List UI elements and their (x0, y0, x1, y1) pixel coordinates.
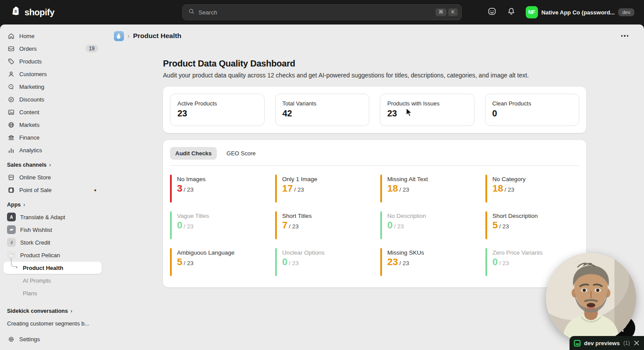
check-count: 0 (177, 220, 182, 230)
check-no-description[interactable]: No Description 0/ 23 (380, 211, 474, 239)
dev-previews-count: (1) (623, 340, 630, 346)
sidebar-item-stork-credit[interactable]: Stork Credit (4, 236, 102, 248)
sidebar-item-label: AI Prompts (23, 277, 51, 284)
sidebar-item-fish-wishlist[interactable]: Fish Wishlist (4, 224, 102, 236)
fish-wishlist-app-icon (7, 225, 16, 234)
check-total: / 23 (184, 186, 194, 193)
page-header: › Product Health (105, 24, 644, 47)
chevron-right-icon: › (49, 162, 51, 168)
dev-previews-icon (574, 340, 580, 346)
stat-label: Active Products (177, 100, 257, 107)
sidebar-item-online-store[interactable]: Online Store (4, 171, 102, 183)
check-total: / 23 (184, 260, 194, 266)
check-total: / 23 (499, 223, 509, 230)
check-count: 23 (387, 257, 398, 267)
sidebar-item-discounts[interactable]: Discounts (4, 93, 102, 105)
storefront-icon (7, 174, 15, 181)
sidebar-item-analytics[interactable]: Analytics (4, 144, 102, 156)
check-no-category[interactable]: No Category 18/ 23 (485, 175, 579, 203)
more-options-button[interactable] (618, 32, 632, 40)
sidebar-item-markets[interactable]: Markets (4, 119, 102, 131)
stat-value: 0 (492, 108, 572, 119)
store-name: Native App Co (password... (541, 9, 615, 16)
audit-card: Audit Checks GEO Score No Images 3/ 23 O… (163, 140, 586, 287)
sidebar-item-label: Stork Credit (20, 239, 50, 246)
search-input[interactable]: Search ⌘ K (182, 4, 462, 20)
search-shortcut: ⌘ K (435, 8, 458, 16)
sidebar-item-marketing[interactable]: Marketing (4, 80, 102, 93)
tab-geo-score[interactable]: GEO Score (221, 147, 261, 160)
stat-label: Clean Products (492, 100, 572, 107)
account-menu[interactable]: NF Native App Co (password... dev (523, 4, 637, 20)
sidebar-item-translate-adapt[interactable]: A Translate & Adapt (4, 211, 102, 223)
image-icon (7, 108, 15, 116)
sidebar-item-plans[interactable]: Plans (4, 287, 102, 299)
sidebar-item-label: Orders (19, 46, 37, 52)
shopify-logo[interactable]: S shopify (11, 6, 54, 19)
checks-grid: No Images 3/ 23 Only 1 Image 17/ 23 Miss… (170, 175, 579, 276)
stat-value: 23 (177, 108, 257, 119)
dev-previews-label: dev previews (584, 340, 620, 346)
sidebar-item-label: Fish Wishlist (20, 227, 52, 233)
sidebar-item-content[interactable]: Content (4, 106, 102, 118)
check-count: 5 (492, 220, 498, 230)
check-short-titles[interactable]: Short Titles 7/ 23 (275, 211, 369, 239)
check-total: / 23 (499, 260, 509, 266)
sidebar-item-orders[interactable]: Orders 19 (4, 42, 102, 55)
tab-audit-checks[interactable]: Audit Checks (170, 147, 217, 160)
search-icon (188, 8, 195, 17)
check-missing-alt-text[interactable]: Missing Alt Text 18/ 23 (380, 175, 474, 203)
sidekick-conversation-item[interactable]: Creating customer segments b... (4, 317, 102, 329)
sidebar-item-settings[interactable]: Settings (4, 333, 102, 345)
sidebar-item-label: Products (19, 58, 42, 65)
sidebar-item-product-health[interactable]: Product Health (4, 262, 102, 274)
sidebar-item-label: Plans (23, 290, 37, 297)
sidebar-item-label: Markets (19, 122, 39, 128)
bell-icon (507, 7, 516, 18)
sidebar-item-ai-prompts[interactable]: AI Prompts (4, 274, 102, 287)
sidekick-conversations-header[interactable]: Sidekick conversations › (4, 303, 102, 317)
check-ambiguous-language[interactable]: Ambiguous Language 5/ 23 (170, 248, 264, 276)
product-pelican-breadcrumb-icon[interactable] (114, 31, 124, 41)
sidebar-item-finance[interactable]: Finance (4, 131, 102, 144)
stat-total-variants: Total Variants 42 (275, 94, 370, 126)
sidebar-item-label: Finance (19, 134, 39, 141)
cmd-key: ⌘ (435, 8, 447, 16)
sidebar-item-label: Online Store (19, 174, 51, 181)
dev-previews-bar[interactable]: dev previews (1) (570, 336, 644, 350)
check-missing-skus[interactable]: Missing SKUs 23/ 23 (380, 248, 474, 276)
check-no-images[interactable]: No Images 3/ 23 (170, 175, 264, 203)
stat-clean-products: Clean Products 0 (485, 94, 580, 126)
sidebar-item-point-of-sale[interactable]: Point of Sale • (4, 184, 102, 196)
check-total: / 23 (294, 186, 304, 193)
stat-value: 42 (283, 108, 362, 119)
sidekick-button[interactable] (485, 5, 499, 20)
check-unclear-options[interactable]: Unclear Options 0/ 23 (275, 248, 369, 276)
check-count: 5 (177, 257, 182, 267)
chevron-right-icon: › (23, 202, 25, 208)
check-short-description[interactable]: Short Description 5/ 23 (485, 211, 579, 239)
conversation-title: Creating customer segments b... (7, 320, 89, 327)
sidebar-item-label: Product Health (23, 265, 63, 271)
notifications-button[interactable] (504, 5, 519, 20)
check-vague-titles[interactable]: Vague Titles 0/ 23 (170, 211, 264, 239)
sidebar-item-product-pelican[interactable]: Product Pelican (4, 249, 102, 261)
dashboard-title: Product Data Quality Dashboard (163, 59, 586, 69)
dashboard-subtitle: Audit your product data quality across 1… (163, 72, 586, 79)
close-icon[interactable] (633, 340, 640, 346)
topbar: S shopify Search ⌘ K NF Native App Co (p… (0, 0, 644, 24)
translate-adapt-app-icon: A (7, 213, 16, 221)
check-total: / 23 (184, 223, 194, 230)
logo-wordmark: shopify (25, 7, 54, 18)
apps-header[interactable]: Apps › (4, 196, 102, 211)
bar-chart-icon (7, 147, 15, 154)
sidebar-item-home[interactable]: Home (4, 30, 102, 42)
home-icon (7, 32, 15, 40)
sidebar-item-products[interactable]: Products (4, 55, 102, 67)
svg-text:S: S (14, 9, 17, 14)
sales-channels-header[interactable]: Sales channels › (4, 157, 102, 171)
check-only-1-image[interactable]: Only 1 Image 17/ 23 (275, 175, 369, 203)
sidebar-item-customers[interactable]: Customers (4, 68, 102, 80)
sidebar-item-label: Product Pelican (20, 252, 60, 259)
orders-count-badge: 19 (85, 45, 98, 52)
